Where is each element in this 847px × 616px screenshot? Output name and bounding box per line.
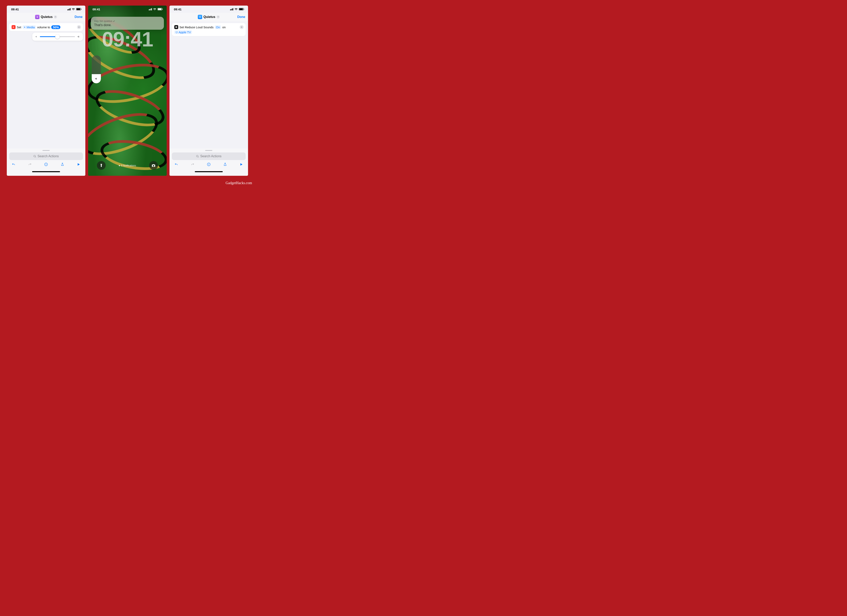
volume-slider-popover: [32, 33, 83, 41]
remove-action-button[interactable]: [77, 25, 81, 29]
siri-response-text: That's done.: [94, 23, 161, 27]
volume-value-pill[interactable]: 50%: [51, 25, 60, 29]
search-icon: [33, 155, 36, 158]
info-button[interactable]: [205, 162, 212, 167]
undo-button[interactable]: [173, 162, 180, 167]
shortcut-title-button[interactable]: Quietus: [35, 15, 57, 19]
undo-button[interactable]: [10, 162, 17, 167]
status-time: 09:41: [11, 7, 19, 11]
device-pill[interactable]: Apple TV: [174, 30, 192, 34]
home-indicator[interactable]: [195, 171, 223, 172]
cellular-icon: [230, 8, 233, 10]
shortcut-title: Quietus: [204, 15, 215, 19]
svg-rect-6: [176, 28, 177, 28]
slider-thumb[interactable]: [55, 34, 60, 39]
bottom-panel: Search Actions: [7, 149, 86, 176]
run-button[interactable]: [238, 163, 245, 166]
home-indicator[interactable]: [32, 171, 60, 172]
speaker-icon: [94, 77, 98, 81]
done-button[interactable]: Done: [237, 15, 245, 19]
action-reduce-loud-sounds[interactable]: Set Reduce Loud Sounds On on Apple TV: [172, 23, 246, 36]
status-time: 09:41: [93, 7, 100, 11]
volume-hud: [92, 55, 101, 83]
shortcut-title: Quietus: [41, 15, 53, 19]
battery-icon: [76, 8, 81, 10]
action-text-set: Set: [17, 25, 21, 29]
lock-clock: 09:41: [88, 28, 167, 51]
svg-point-10: [208, 164, 209, 164]
svg-point-1: [46, 164, 46, 164]
status-indicators: [230, 8, 244, 10]
cellular-icon: [149, 8, 152, 10]
redo-button: [189, 162, 196, 167]
nav-header: Quietus Done: [7, 13, 86, 21]
search-actions-field[interactable]: Search Actions: [172, 152, 246, 160]
speaker-high-icon: [77, 35, 80, 38]
wifi-icon: [72, 8, 75, 10]
remove-action-button[interactable]: [240, 25, 243, 29]
status-bar: 09:41: [170, 6, 248, 13]
source-watermark: GadgetHacks.com: [226, 181, 252, 185]
status-bar: 09:41: [7, 6, 86, 13]
search-placeholder: Search Actions: [200, 155, 221, 158]
svg-rect-11: [208, 164, 209, 165]
svg-rect-2: [46, 164, 46, 165]
on-value-pill[interactable]: On: [215, 25, 221, 29]
action-text-mid: volume to: [37, 25, 50, 29]
volume-slider[interactable]: [40, 36, 75, 37]
battery-icon: [239, 8, 243, 10]
done-button[interactable]: Done: [75, 15, 83, 19]
shortcut-glyph-icon: [198, 15, 202, 19]
chevron-down-icon: [217, 15, 220, 19]
search-actions-field[interactable]: Search Actions: [9, 152, 83, 160]
nav-header: Quietus Done: [170, 13, 248, 21]
editor-toolbar: [172, 160, 246, 167]
share-button[interactable]: [59, 162, 66, 167]
speaker-low-icon: [35, 35, 38, 38]
svg-rect-5: [176, 27, 177, 28]
media-param-pill[interactable]: Media: [22, 25, 36, 29]
camera-button[interactable]: [149, 161, 158, 170]
status-indicators: [149, 8, 162, 10]
chevron-down-icon: [54, 15, 57, 19]
sheet-grabber[interactable]: [43, 150, 50, 151]
volume-action-icon: [12, 25, 16, 29]
shortcut-title-button[interactable]: Quietus: [198, 15, 220, 19]
cellular-icon: [67, 8, 71, 10]
edit-icon: [113, 20, 115, 22]
editor-toolbar: [9, 160, 83, 167]
wifi-icon: [235, 8, 238, 10]
sheet-grabber[interactable]: [205, 150, 212, 151]
shortcut-glyph-icon: [35, 15, 40, 19]
search-icon: [196, 155, 199, 158]
action-text-a: Set Reduce Loud Sounds: [180, 25, 214, 29]
phone-shortcuts-reduceloud: 09:41 Quietus Done: [170, 6, 248, 176]
redo-button: [27, 162, 33, 167]
phone-lockscreen: 09:41 09:41 Hey Siri quietus That's done…: [88, 6, 167, 176]
action-text-b: on: [222, 25, 226, 29]
share-button[interactable]: [222, 162, 228, 167]
info-button[interactable]: [43, 162, 49, 167]
dot-icon: [119, 165, 120, 166]
phone-shortcuts-volume: 09:41 Quietus Done: [7, 6, 86, 176]
svg-rect-8: [176, 33, 177, 33]
svg-rect-7: [176, 31, 178, 33]
siri-request-text: Hey Siri quietus: [94, 19, 112, 22]
action-set-volume[interactable]: Set Media volume to 50%: [9, 23, 83, 31]
battery-icon: [158, 8, 162, 10]
bottom-panel: Search Actions: [170, 149, 248, 176]
status-time: 09:41: [174, 7, 182, 11]
wifi-icon: [153, 8, 156, 10]
search-placeholder: Search Actions: [37, 155, 59, 158]
status-indicators: [67, 8, 81, 10]
appletv-action-icon: [174, 25, 178, 29]
siri-response-banner[interactable]: Hey Siri quietus That's done.: [91, 17, 164, 30]
svg-rect-4: [199, 17, 201, 17]
run-button[interactable]: [75, 163, 82, 166]
status-bar: 09:41: [88, 6, 167, 13]
